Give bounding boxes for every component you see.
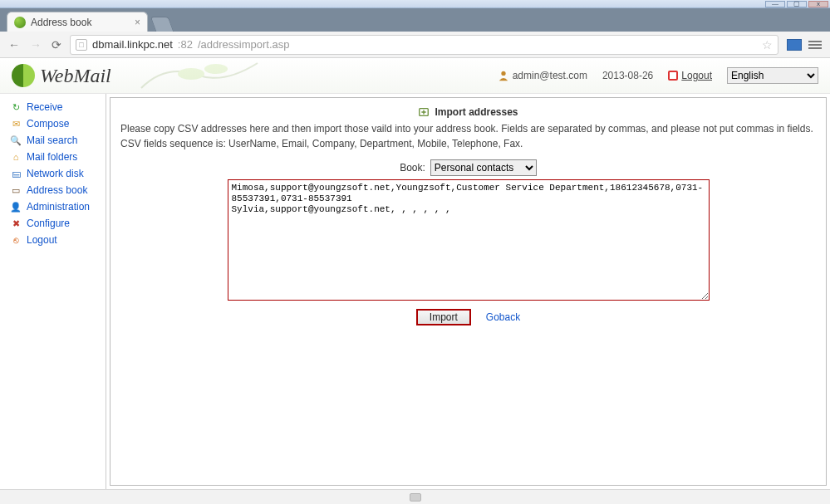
sidebar-item-label: Compose [27,118,69,130]
url-path: /addressimport.asp [198,38,290,51]
logout-side-icon: ⎋ [10,234,22,246]
sidebar-item-label: Address book [27,184,87,196]
url-host: dbmail.linkpc.net [92,38,173,51]
os-titlebar: — ▢ x [0,0,830,8]
receive-icon: ↻ [10,101,22,113]
browser-tabstrip: Address book × [0,8,830,32]
browser-toolbar: ← → ⟳ □ dbmail.linkpc.net:82/addressimpo… [0,32,830,58]
logout-link[interactable]: Logout [681,70,712,81]
browser-tab[interactable]: Address book × [7,12,148,32]
svg-point-0 [178,68,204,80]
horizontal-scrollbar[interactable] [0,489,830,504]
close-tab-icon[interactable]: × [135,17,140,28]
import-icon [418,106,430,118]
url-port: :82 [178,38,193,51]
sidebar: ↻Receive ✉Compose 🔍Mail search ⌂Mail fol… [0,94,106,489]
forward-icon[interactable]: → [30,38,42,51]
search-icon: 🔍 [10,135,22,146]
sidebar-item-label: Mail search [27,135,77,146]
svg-point-1 [204,64,228,74]
new-tab-button[interactable] [150,17,174,32]
sidebar-item-label: Mail folders [27,151,77,163]
bookmark-star-icon[interactable]: ☆ [762,38,773,51]
tab-title: Address book [31,17,91,28]
sidebar-item-network-disk[interactable]: 🖴Network disk [0,165,106,182]
back-icon[interactable]: ← [8,38,20,51]
os-maximize-button[interactable]: ▢ [787,1,807,7]
folders-icon: ⌂ [10,151,22,163]
extension-icon[interactable] [787,39,802,51]
sidebar-item-label: Logout [27,234,57,246]
sidebar-item-compose[interactable]: ✉Compose [0,115,106,132]
browser-menu-icon[interactable] [808,41,822,49]
instructions-text: Please copy CSV addresses here and then … [120,121,816,151]
sidebar-item-logout[interactable]: ⎋Logout [0,232,106,248]
scrollbar-thumb[interactable] [410,493,421,502]
current-user: admin@test.com [498,70,587,81]
os-close-button[interactable]: x [808,1,828,7]
sidebar-item-label: Receive [27,101,62,113]
url-bar[interactable]: □ dbmail.linkpc.net:82/addressimport.asp… [70,35,778,55]
logo-swirl-icon [12,64,35,87]
app-header: WebMail admin@test.com 2013-08-26 Logout… [0,58,830,94]
sidebar-item-address-book[interactable]: ▭Address book [0,182,106,198]
book-select[interactable]: Personal contacts [430,159,537,176]
admin-icon: 👤 [10,201,22,213]
brand-text: WebMail [40,65,111,87]
site-info-icon[interactable]: □ [76,39,87,51]
disk-icon: 🖴 [10,168,22,179]
main-panel: Import addresses Please copy CSV address… [110,97,827,486]
user-email: admin@test.com [513,70,587,81]
sidebar-item-mail-folders[interactable]: ⌂Mail folders [0,149,106,165]
brand-logo: WebMail [12,64,111,87]
import-button[interactable]: Import [416,309,471,325]
sidebar-item-label: Administration [27,201,90,213]
favicon-icon [14,17,26,28]
csv-textarea[interactable] [228,179,710,301]
reload-icon[interactable]: ⟳ [52,38,61,51]
configure-icon: ✖ [10,218,22,229]
compose-icon: ✉ [10,118,22,130]
sidebar-item-label: Network disk [27,168,84,179]
language-select[interactable]: English [727,67,818,84]
header-date: 2013-08-26 [602,70,653,81]
sidebar-item-receive[interactable]: ↻Receive [0,99,106,115]
logout-icon [668,71,678,81]
sidebar-item-administration[interactable]: 👤Administration [0,198,106,215]
sidebar-item-configure[interactable]: ✖Configure [0,215,106,232]
header-decoration [125,58,274,93]
address-book-icon: ▭ [10,184,22,196]
page-title: Import addresses [435,106,518,118]
os-minimize-button[interactable]: — [765,1,785,7]
user-icon [498,70,509,81]
goback-link[interactable]: Goback [486,311,520,323]
book-label: Book: [400,162,425,174]
svg-point-2 [501,71,505,76]
sidebar-item-label: Configure [27,218,70,229]
sidebar-item-mail-search[interactable]: 🔍Mail search [0,132,106,149]
